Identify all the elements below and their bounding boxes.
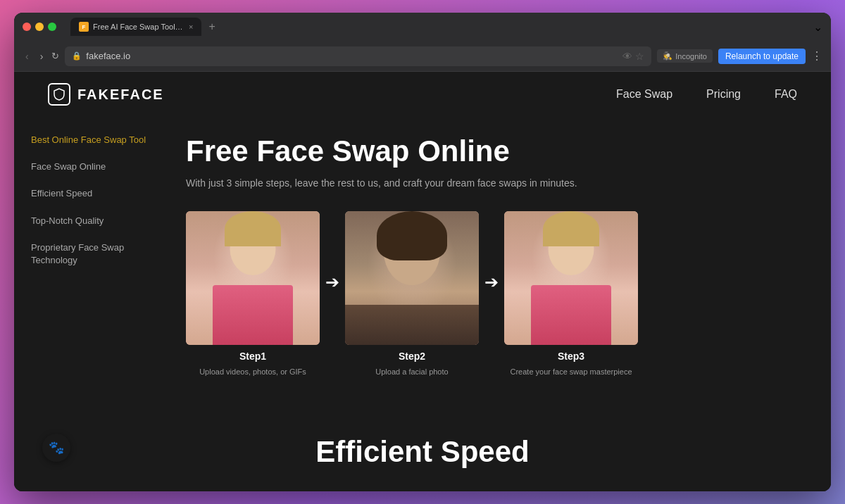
sidebar-item-efficient-speed[interactable]: Efficient Speed — [31, 187, 152, 200]
logo: FAKEFACE — [48, 83, 164, 106]
arrow-1: ➔ — [325, 272, 339, 315]
step-1-label: Step1 — [239, 351, 266, 362]
incognito-icon: 🕵 — [663, 51, 672, 61]
site-nav: FAKEFACE Face Swap Pricing FAQ — [14, 72, 831, 117]
nav-links: Face Swap Pricing FAQ — [616, 88, 797, 101]
eye-icon[interactable]: 👁 — [622, 51, 632, 62]
step-3-image — [504, 211, 638, 345]
nav-pricing[interactable]: Pricing — [706, 88, 741, 101]
logo-text: FAKEFACE — [77, 87, 164, 103]
star-icon[interactable]: ☆ — [635, 51, 644, 62]
steps-row: Step1 Upload videos, photos, or GIFs ➔ S… — [186, 211, 797, 376]
relaunch-button[interactable]: Relaunch to update — [718, 49, 806, 64]
sidebar-item-best-tool[interactable]: Best Online Face Swap Tool — [31, 134, 152, 146]
more-options-button[interactable]: ⋮ — [811, 49, 822, 63]
incognito-label: Incognito — [675, 52, 707, 61]
step-2-label: Step2 — [399, 351, 425, 362]
nav-face-swap[interactable]: Face Swap — [616, 88, 672, 101]
back-button[interactable]: ‹ — [23, 48, 32, 65]
efficient-speed-title: Efficient Speed — [48, 435, 797, 469]
hero-title: Free Face Swap Online — [186, 134, 797, 169]
refresh-button[interactable]: ↻ — [51, 51, 59, 61]
traffic-lights — [23, 23, 56, 31]
step-3-item: Step3 Create your face swap masterpiece — [504, 211, 638, 376]
minimize-window-button[interactable] — [35, 23, 44, 31]
url-actions: 👁 ☆ — [622, 51, 644, 62]
url-bar[interactable]: 🔒 fakeface.io 👁 ☆ — [65, 46, 651, 66]
content-area: Free Face Swap Online With just 3 simple… — [169, 117, 831, 412]
step-2-hair — [377, 211, 447, 260]
tab-area: F Free AI Face Swap Tool for V... × + — [70, 18, 808, 36]
sidebar-item-face-swap-online[interactable]: Face Swap Online — [31, 160, 152, 173]
sidebar: Best Online Face Swap Tool Face Swap Onl… — [14, 117, 169, 412]
url-text: fakeface.io — [86, 51, 130, 61]
chat-button[interactable]: 🐾 — [42, 434, 70, 462]
hero-subtitle: With just 3 simple steps, leave the rest… — [186, 177, 797, 189]
step-3-desc: Create your face swap masterpiece — [510, 367, 632, 376]
page-content: FAKEFACE Face Swap Pricing FAQ Best Onli… — [14, 72, 831, 491]
step-1-image — [186, 211, 320, 345]
nav-faq[interactable]: FAQ — [775, 88, 797, 101]
window-expand: ⌄ — [813, 20, 822, 34]
step-2-item: Step2 Upload a facial photo — [345, 211, 479, 376]
tab-title: Free AI Face Swap Tool for V... — [93, 23, 184, 31]
title-bar: F Free AI Face Swap Tool for V... × + ⌄ — [14, 13, 831, 41]
step-2-desc: Upload a facial photo — [375, 367, 448, 376]
logo-icon — [48, 83, 70, 106]
step-1-item: Step1 Upload videos, photos, or GIFs — [186, 211, 320, 376]
tab-close-button[interactable]: × — [189, 23, 193, 31]
step-3-hair — [543, 211, 599, 246]
address-bar: ‹ › ↻ 🔒 fakeface.io 👁 ☆ 🕵 Incognito Rela… — [14, 41, 831, 72]
arrow-2: ➔ — [484, 272, 499, 315]
step-1-hair — [225, 211, 281, 246]
lock-icon: 🔒 — [72, 51, 82, 61]
close-window-button[interactable] — [23, 23, 31, 31]
incognito-badge: 🕵 Incognito — [657, 49, 713, 63]
bottom-section: Efficient Speed — [14, 412, 831, 491]
sidebar-item-quality[interactable]: Top-Notch Quality — [31, 215, 152, 227]
sidebar-item-technology[interactable]: Proprietary Face Swap Technology — [31, 241, 152, 267]
step-3-label: Step3 — [558, 351, 584, 362]
step-2-image — [345, 211, 479, 345]
forward-button[interactable]: › — [37, 48, 46, 65]
main-area: Best Online Face Swap Tool Face Swap Onl… — [14, 117, 831, 412]
maximize-window-button[interactable] — [48, 23, 56, 31]
active-tab[interactable]: F Free AI Face Swap Tool for V... × — [70, 18, 201, 36]
new-tab-button[interactable]: + — [204, 19, 219, 34]
step-1-desc: Upload videos, photos, or GIFs — [199, 367, 306, 376]
tab-favicon-icon: F — [79, 22, 89, 32]
